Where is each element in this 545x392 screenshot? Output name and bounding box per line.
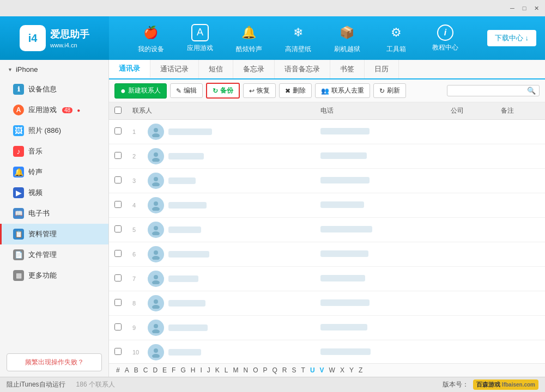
table-row[interactable]: 4 bbox=[109, 193, 545, 218]
table-row[interactable]: 5 bbox=[109, 218, 545, 242]
alpha-item-L[interactable]: L bbox=[223, 366, 230, 375]
sidebar-item-ebooks[interactable]: 📖 电子书 bbox=[0, 203, 108, 224]
row-checkbox[interactable] bbox=[114, 201, 122, 208]
sidebar-item-file-mgmt[interactable]: 📄 文件管理 bbox=[0, 244, 108, 265]
minimize-button[interactable]: ─ bbox=[508, 4, 517, 13]
maximize-button[interactable]: □ bbox=[520, 4, 529, 13]
row-company-cell bbox=[445, 218, 495, 242]
alpha-item-V[interactable]: V bbox=[318, 366, 326, 375]
table-row[interactable]: 8 bbox=[109, 291, 545, 316]
alpha-item-P[interactable]: P bbox=[262, 366, 269, 375]
table-row[interactable]: 9 bbox=[109, 316, 545, 340]
download-button[interactable]: 下载中心 ↓ bbox=[487, 30, 536, 46]
alpha-item-W[interactable]: W bbox=[328, 366, 337, 375]
alpha-item-X[interactable]: X bbox=[338, 366, 346, 375]
tab-calendar[interactable]: 日历 bbox=[365, 60, 399, 78]
nav-apps[interactable]: A 应用游戏 bbox=[175, 16, 225, 60]
alpha-item-S[interactable]: S bbox=[290, 366, 298, 375]
alpha-item-Z[interactable]: Z bbox=[357, 366, 364, 375]
table-row[interactable]: 2 bbox=[109, 144, 545, 169]
nav-jailbreak[interactable]: 📦 刷机越狱 bbox=[323, 16, 372, 60]
device-info-label: 设备信息 bbox=[28, 84, 57, 94]
tab-call-log[interactable]: 通话记录 bbox=[150, 60, 199, 78]
table-row[interactable]: 3 bbox=[109, 169, 545, 193]
table-header-row: 联系人 电话 公司 备注 bbox=[109, 102, 545, 120]
alpha-item-T[interactable]: T bbox=[300, 366, 307, 375]
tab-sms[interactable]: 短信 bbox=[199, 60, 233, 78]
alpha-item-O[interactable]: O bbox=[251, 366, 259, 375]
alpha-item-H[interactable]: H bbox=[189, 366, 197, 375]
table-row[interactable]: 7 bbox=[109, 267, 545, 291]
header-checkbox bbox=[109, 102, 127, 120]
alphabet-bar: #ABCDEFGHIJKLMNOPQRSTUVWXYZ bbox=[109, 363, 545, 377]
row-checkbox[interactable] bbox=[114, 127, 122, 134]
alpha-item-C[interactable]: C bbox=[142, 366, 150, 375]
row-checkbox[interactable] bbox=[114, 176, 122, 183]
sidebar-item-ringtones[interactable]: 🔔 铃声 bbox=[0, 162, 108, 182]
alpha-item-U[interactable]: U bbox=[308, 366, 317, 375]
sidebar-item-data-mgmt[interactable]: 📋 资料管理 bbox=[0, 224, 108, 244]
alpha-item-J[interactable]: J bbox=[205, 366, 212, 375]
tab-voice-notes[interactable]: 语音备忘录 bbox=[275, 60, 330, 78]
sidebar-item-music[interactable]: ♪ 音乐 bbox=[0, 141, 108, 162]
restore-button[interactable]: ↩ 恢复 bbox=[243, 83, 276, 98]
row-checkbox[interactable] bbox=[114, 323, 122, 330]
row-checkbox[interactable] bbox=[114, 299, 122, 306]
row-phone-cell bbox=[315, 218, 445, 242]
nav-my-device[interactable]: 🍎 我的设备 bbox=[126, 16, 175, 60]
status-left: 阻止iTunes自动运行 bbox=[7, 380, 65, 389]
table-row[interactable]: 10 bbox=[109, 340, 545, 364]
delete-button[interactable]: ✖ 删除 bbox=[279, 83, 312, 98]
nav-wallpaper[interactable]: ❄ 高清壁纸 bbox=[274, 16, 323, 60]
video-label: 视频 bbox=[28, 188, 43, 198]
tab-notes[interactable]: 备忘录 bbox=[233, 60, 275, 78]
row-checkbox[interactable] bbox=[114, 348, 122, 355]
alpha-item-N[interactable]: N bbox=[241, 366, 250, 375]
alpha-item-A[interactable]: A bbox=[123, 366, 131, 375]
alpha-item-E[interactable]: E bbox=[161, 366, 168, 375]
alpha-item-M[interactable]: M bbox=[231, 366, 240, 375]
contact-name-blurred bbox=[168, 177, 196, 184]
close-button[interactable]: ✕ bbox=[532, 4, 541, 13]
help-button[interactable]: 频繁出现操作失败？ bbox=[7, 353, 102, 371]
select-all-checkbox[interactable] bbox=[114, 107, 122, 114]
row-checkbox[interactable] bbox=[114, 250, 122, 257]
alpha-item-#[interactable]: # bbox=[114, 366, 122, 375]
alpha-item-Q[interactable]: Q bbox=[271, 366, 279, 375]
row-number: 3 bbox=[132, 177, 143, 184]
file-mgmt-label: 文件管理 bbox=[28, 250, 57, 260]
new-contact-button[interactable]: ● 新建联系人 bbox=[114, 83, 167, 99]
search-input[interactable] bbox=[451, 87, 527, 95]
row-checkbox-cell bbox=[109, 316, 127, 340]
nav-tools[interactable]: ⚙ 工具箱 bbox=[372, 16, 421, 60]
nav-tutorial[interactable]: i 教程中心 bbox=[421, 16, 470, 60]
alpha-item-G[interactable]: G bbox=[179, 366, 187, 375]
alpha-item-Y[interactable]: Y bbox=[348, 366, 355, 375]
tab-contacts[interactable]: 通讯录 bbox=[109, 60, 150, 78]
table-row[interactable]: 1 bbox=[109, 120, 545, 144]
sidebar-iphone-item[interactable]: ▼ iPhone bbox=[0, 60, 108, 79]
alpha-item-B[interactable]: B bbox=[132, 366, 140, 375]
row-checkbox[interactable] bbox=[114, 152, 122, 159]
backup-button[interactable]: ↻ 备份 bbox=[206, 83, 240, 99]
refresh-button[interactable]: ↻ 刷新 bbox=[373, 83, 406, 98]
alpha-item-D[interactable]: D bbox=[151, 366, 159, 375]
table-row[interactable]: 6 bbox=[109, 242, 545, 267]
alpha-item-K[interactable]: K bbox=[214, 366, 221, 375]
edit-button[interactable]: ✎ 编辑 bbox=[170, 83, 203, 98]
row-checkbox[interactable] bbox=[114, 274, 122, 281]
tab-bookmarks[interactable]: 书签 bbox=[330, 60, 365, 78]
sidebar-item-photos[interactable]: 🖼 照片 (886) bbox=[0, 120, 108, 141]
sidebar-item-video[interactable]: ▶ 视频 bbox=[0, 182, 108, 203]
sidebar-item-apps[interactable]: A 应用游戏 48 ● bbox=[0, 100, 108, 120]
nav-ringtones[interactable]: 🔔 酷炫铃声 bbox=[225, 16, 274, 60]
alpha-item-I[interactable]: I bbox=[198, 366, 203, 375]
sidebar-item-device-info[interactable]: ℹ 设备信息 bbox=[0, 79, 108, 100]
sidebar-item-more[interactable]: ▦ 更多功能 bbox=[0, 265, 108, 286]
remove-duplicates-button[interactable]: 👥 联系人去重 bbox=[315, 83, 370, 98]
alpha-item-R[interactable]: R bbox=[281, 366, 289, 375]
row-checkbox[interactable] bbox=[114, 225, 122, 232]
toolbar: ● 新建联系人 ✎ 编辑 ↻ 备份 ↩ 恢复 ✖ 删除 👥 联系人去重 bbox=[109, 79, 545, 102]
row-notes-cell bbox=[495, 267, 545, 291]
alpha-item-F[interactable]: F bbox=[170, 366, 177, 375]
